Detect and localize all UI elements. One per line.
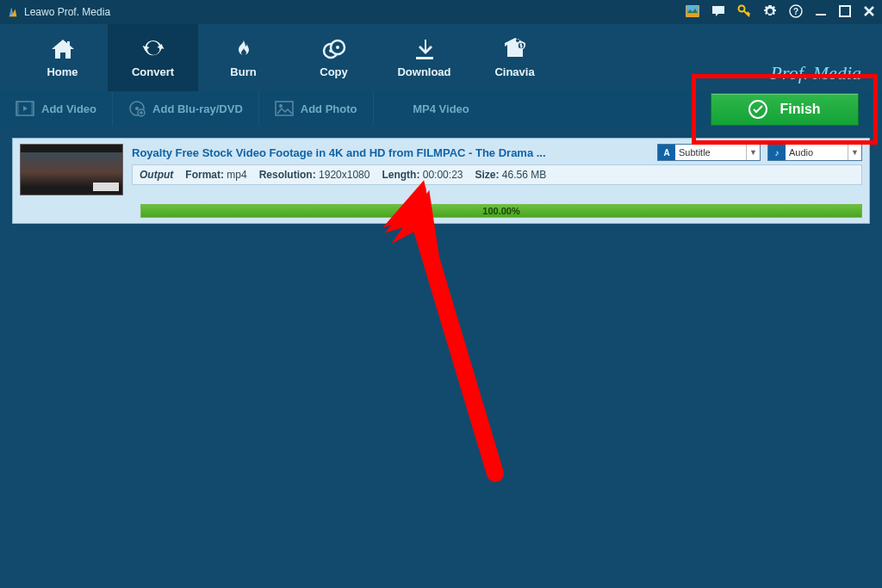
nav-label: Download [397, 65, 450, 78]
task-card: Royalty Free Stock Video Footage in 4K a… [12, 138, 870, 224]
gallery-icon[interactable] [686, 5, 699, 20]
add-bluray-button[interactable]: Add Blu-ray/DVD [113, 91, 259, 126]
convert-icon [140, 38, 166, 60]
meta-key: Resolution: [259, 169, 316, 181]
nav-cinavia[interactable]: Cinavia [469, 24, 560, 91]
subtitle-icon: A [658, 145, 675, 160]
nav-label: Home [47, 65, 78, 78]
svg-rect-5 [816, 14, 826, 15]
add-video-button[interactable]: Add Video [0, 91, 113, 126]
meta-val: 46.56 MB [502, 169, 546, 181]
format-label: MP4 Video [413, 102, 469, 115]
disc-icon [128, 100, 146, 117]
home-icon [50, 38, 76, 60]
nav-label: Convert [132, 65, 174, 78]
toolbar-label: Add Blu-ray/DVD [152, 102, 243, 115]
toolbar-label: Add Video [41, 102, 96, 115]
title-bar: Leawo Prof. Media ? [0, 0, 882, 24]
checkmark-icon [748, 100, 767, 119]
nav-convert[interactable]: Convert [108, 24, 198, 91]
nav-burn[interactable]: Burn [198, 24, 289, 91]
burn-icon [231, 38, 257, 60]
settings-gear-icon[interactable] [763, 4, 777, 21]
nav-copy[interactable]: Copy [289, 24, 379, 91]
maximize-icon[interactable] [839, 5, 851, 20]
output-meta: Output Format: mp4 Resolution: 1920x1080… [132, 164, 862, 185]
chevron-down-icon: ▼ [746, 145, 760, 160]
meta-key: Format: [185, 169, 224, 181]
film-icon [16, 101, 34, 116]
progress-text: 100.00% [482, 206, 519, 216]
finish-button[interactable]: Finish [711, 93, 859, 126]
progress-bar: 100.00% [140, 204, 862, 218]
app-logo-icon [7, 6, 19, 18]
meta-key: Length: [382, 169, 419, 181]
meta-val: 00:00:23 [423, 169, 463, 181]
minimize-icon[interactable] [815, 5, 827, 20]
video-thumbnail[interactable] [20, 144, 123, 195]
subtitle-label: Subtitle [679, 147, 714, 158]
nav-download[interactable]: Download [379, 24, 469, 91]
svg-rect-7 [67, 41, 70, 46]
download-icon [412, 38, 438, 60]
window-title: Leawo Prof. Media [24, 6, 686, 18]
subtitle-dropdown[interactable]: A Subtitle ▼ [657, 144, 761, 161]
meta-val: 1920x1080 [319, 169, 370, 181]
close-icon[interactable] [863, 5, 875, 20]
svg-point-18 [135, 107, 139, 110]
svg-point-21 [279, 104, 283, 108]
chevron-down-icon: ▼ [848, 145, 861, 160]
nav-label: Cinavia [494, 65, 534, 78]
key-icon[interactable] [737, 4, 751, 21]
cinavia-icon [502, 38, 528, 60]
output-format-selector[interactable]: MP4 Video [413, 102, 469, 115]
svg-rect-15 [16, 102, 19, 115]
red-arrow-annotation-head [383, 179, 538, 489]
svg-rect-16 [31, 102, 34, 115]
red-arrow-annotation [383, 181, 538, 491]
message-icon[interactable] [711, 5, 725, 20]
svg-text:?: ? [793, 7, 798, 16]
nav-home[interactable]: Home [17, 24, 108, 91]
finish-highlight-annotation: Finish [692, 74, 878, 145]
photo-icon [275, 101, 294, 116]
svg-rect-6 [840, 6, 850, 16]
audio-label: Audio [789, 147, 817, 158]
meta-key: Size: [475, 169, 499, 181]
meta-val: mp4 [227, 169, 246, 181]
nav-label: Copy [320, 65, 348, 78]
help-icon[interactable]: ? [789, 4, 803, 21]
copy-icon [321, 38, 347, 60]
audio-dropdown[interactable]: ♪ Audio ▼ [767, 144, 862, 161]
audio-icon: ♪ [768, 145, 786, 160]
svg-point-11 [336, 46, 339, 49]
nav-label: Burn [230, 65, 256, 78]
output-label: Output [140, 169, 173, 181]
finish-label: Finish [780, 102, 820, 117]
toolbar-label: Add Photo [301, 102, 357, 115]
add-photo-button[interactable]: Add Photo [259, 91, 374, 126]
svg-point-2 [739, 5, 745, 11]
video-title: Royalty Free Stock Video Footage in 4K a… [132, 146, 650, 159]
